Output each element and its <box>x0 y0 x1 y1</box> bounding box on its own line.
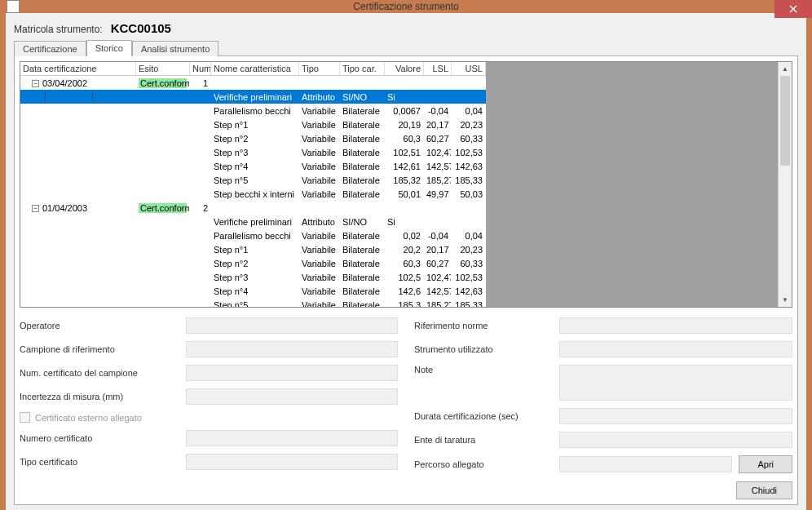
table-row[interactable]: Step n°3VariabileBilaterale102,5102,4710… <box>20 270 486 284</box>
checkbox-cert-esterno[interactable] <box>20 412 30 423</box>
table-row[interactable]: Step n°4VariabileBilaterale142,61142,571… <box>20 159 486 173</box>
label-operatore: Operatore <box>20 321 179 330</box>
col-tipocar[interactable]: Tipo car. <box>340 62 385 75</box>
matricola-label: Matricola strumento: <box>14 24 103 35</box>
label-percorso: Percorso allegato <box>414 459 553 469</box>
close-icon <box>789 5 797 13</box>
tab-analisi[interactable]: Analisi strumento <box>132 41 218 56</box>
tree-toggle-icon[interactable]: − <box>32 80 39 87</box>
window-title: Certificazione strumento <box>353 1 458 12</box>
history-grid: Data certificazione Esito Num Nome carat… <box>20 61 792 308</box>
table-row[interactable]: Step n°1VariabileBilaterale20,220,1720,2… <box>20 242 486 256</box>
table-row[interactable]: Step n°5VariabileBilaterale185,3185,2718… <box>20 298 486 307</box>
table-row[interactable]: −01/04/2003Cert.conforme2 <box>20 201 486 215</box>
label-tipo-cert: Tipo certificato <box>20 457 179 467</box>
input-campione[interactable] <box>186 341 398 357</box>
table-row[interactable]: Parallelismo becchiVariabileBilaterale0,… <box>20 104 486 118</box>
label-note: Note <box>414 365 553 375</box>
scroll-thumb[interactable] <box>780 76 790 166</box>
table-row[interactable]: Step n°3VariabileBilaterale102,51102,471… <box>20 145 486 159</box>
tab-content: Data certificazione Esito Num Nome carat… <box>14 56 798 505</box>
table-row[interactable]: −03/04/2002Cert.conforme1 <box>20 76 486 90</box>
col-nome[interactable]: Nome caratteristica <box>211 62 299 75</box>
table-row[interactable]: Verifiche preliminariAttributoSI/NOSi <box>20 215 486 228</box>
col-tipo[interactable]: Tipo <box>299 62 340 75</box>
label-incertezza: Incertezza di misura (mm) <box>20 392 179 401</box>
label-campione: Campione di riferimento <box>20 344 179 354</box>
label-durata: Durata certificazione (sec) <box>414 411 553 421</box>
grid-header: Data certificazione Esito Num Nome carat… <box>20 62 486 76</box>
input-riferimento[interactable] <box>559 317 792 334</box>
label-numcert-campione: Num. certificato del campione <box>20 368 179 378</box>
col-usl[interactable]: USL <box>452 62 486 75</box>
focused-cell <box>45 92 93 102</box>
chiudi-button[interactable]: Chiudi <box>736 481 792 499</box>
input-tipo-cert[interactable] <box>186 454 398 470</box>
tab-certificazione[interactable]: Certificazione <box>14 41 86 56</box>
tabbar: Certificazione Storico Analisi strumento <box>14 38 798 56</box>
app-icon <box>7 0 20 13</box>
grid-body[interactable]: −03/04/2002Cert.conforme1 Verifiche prel… <box>20 76 486 307</box>
window-root: Certificazione strumento Matricola strum… <box>0 0 812 510</box>
col-data[interactable]: Data certificazione <box>20 62 136 75</box>
table-row[interactable]: Step n°2VariabileBilaterale60,360,2760,3… <box>20 256 486 270</box>
table-row[interactable]: Step becchi x interniVariabileBilaterale… <box>20 187 486 201</box>
label-riferimento: Riferimento norme <box>414 321 553 330</box>
table-row[interactable]: Step n°1VariabileBilaterale20,1920,1720,… <box>20 118 486 131</box>
detail-form: Operatore Campione di riferimento Num. c… <box>20 317 792 473</box>
close-button[interactable] <box>774 0 812 18</box>
input-note[interactable] <box>559 365 792 401</box>
input-incertezza[interactable] <box>186 388 398 405</box>
tree-toggle-icon[interactable]: − <box>32 205 39 212</box>
table-row[interactable]: Verifiche preliminariAttributoSI/NOSi <box>20 90 486 104</box>
matricola-value: KCC00105 <box>111 21 171 35</box>
label-ente: Ente di taratura <box>414 435 553 445</box>
table-row[interactable]: Step n°2VariabileBilaterale60,360,2760,3… <box>20 131 486 145</box>
input-strumento[interactable] <box>559 341 792 357</box>
scroll-up-icon[interactable]: ▲ <box>779 62 792 76</box>
table-row[interactable]: Step n°4VariabileBilaterale142,6142,5714… <box>20 284 486 298</box>
input-ente[interactable] <box>559 432 792 448</box>
tab-storico[interactable]: Storico <box>86 40 132 56</box>
table-row[interactable]: Parallelismo becchiVariabileBilaterale0,… <box>20 228 486 242</box>
label-cert-esterno: Certificato esterno allegato <box>35 413 142 423</box>
label-strumento: Strumento utilizzato <box>414 344 553 354</box>
input-operatore[interactable] <box>186 317 398 334</box>
input-numcert-campione[interactable] <box>186 365 398 381</box>
col-valore[interactable]: Valore <box>385 62 424 75</box>
input-numero-cert[interactable] <box>186 430 398 446</box>
titlebar: Certificazione strumento <box>0 0 812 13</box>
label-numero-cert: Numero certificato <box>20 433 179 443</box>
vertical-scrollbar[interactable]: ▲ ▼ <box>778 62 792 307</box>
col-num[interactable]: Num <box>190 62 211 75</box>
col-esito[interactable]: Esito <box>136 62 190 75</box>
table-row[interactable]: Step n°5VariabileBilaterale185,32185,271… <box>20 173 486 187</box>
client-area: Matricola strumento: KCC00105 Certificaz… <box>6 13 806 510</box>
scroll-down-icon[interactable]: ▼ <box>779 293 792 307</box>
apri-button[interactable]: Apri <box>739 455 792 473</box>
input-durata[interactable] <box>559 408 792 424</box>
input-percorso[interactable] <box>559 456 732 472</box>
col-lsl[interactable]: LSL <box>424 62 452 75</box>
